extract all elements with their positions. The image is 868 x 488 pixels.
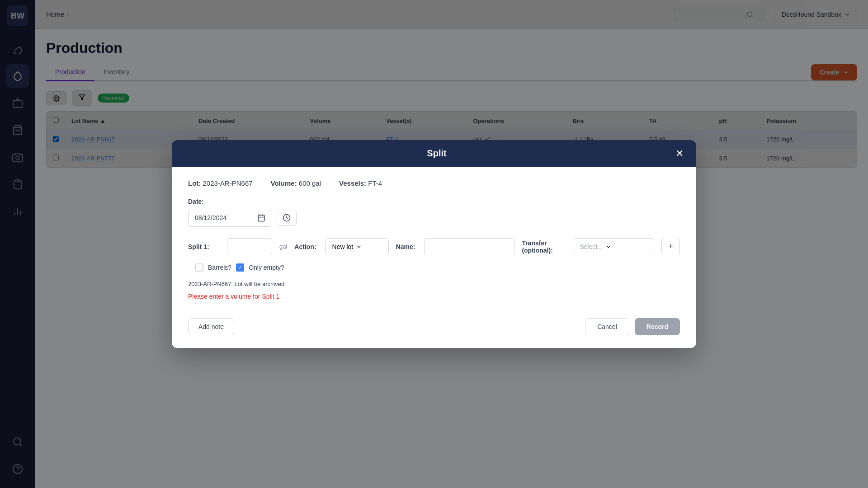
date-input[interactable] (195, 214, 254, 221)
barrels-label: Barrels? (208, 264, 231, 271)
calendar-icon (257, 214, 265, 222)
lot-info-row: Lot: 2023-AR-PN667 Volume: 600 gal Vesse… (188, 179, 680, 187)
checkbox-row: Barrels? Only empty? (195, 263, 680, 272)
action-value: New lot (332, 243, 354, 250)
date-label: Date: (188, 198, 680, 205)
cancel-button[interactable]: Cancel (585, 318, 629, 335)
archive-notice: 2023-AR-PN667: Lot will be archived (188, 281, 680, 287)
record-button[interactable]: Record (635, 318, 680, 335)
dropdown-arrow-icon (605, 244, 612, 250)
vessels-value: FT-4 (368, 179, 382, 187)
modal-header: Split ✕ (172, 140, 696, 167)
add-note-button[interactable]: Add note (188, 318, 234, 335)
vessels-label: Vessels: (339, 179, 366, 187)
action-dropdown[interactable]: New lot (326, 238, 389, 255)
name-label: Name: (396, 243, 415, 250)
lot-info-vessels: Vessels: FT-4 (339, 179, 382, 187)
modal-overlay: Split ✕ Lot: 2023-AR-PN667 Volume: 600 g… (0, 0, 868, 488)
modal-footer: Add note Cancel Record (172, 318, 696, 348)
only-empty-label: Only empty? (249, 264, 284, 271)
date-row (188, 209, 680, 227)
lot-info-lot: Lot: 2023-AR-PN667 (188, 179, 253, 187)
modal-title: Split (198, 148, 675, 159)
lot-value: 2023-AR-PN667 (203, 179, 253, 187)
add-split-button[interactable]: + (661, 238, 680, 255)
time-picker-button[interactable] (277, 210, 297, 226)
split-row: Split 1: gal Action: New lot Name: Trans… (188, 238, 680, 255)
dropdown-arrow-icon (356, 244, 362, 250)
gal-label: gal (279, 243, 287, 250)
lot-info-volume: Volume: 600 gal (271, 179, 321, 187)
lot-label: Lot: (188, 179, 201, 187)
date-input-wrapper[interactable] (188, 209, 272, 227)
footer-actions: Cancel Record (585, 318, 680, 335)
volume-label: Volume: (271, 179, 297, 187)
transfer-dropdown[interactable]: Select... (573, 238, 654, 255)
error-message: Please enter a volume for Split 1 (188, 293, 680, 300)
only-empty-checkbox[interactable] (236, 263, 244, 272)
split1-label: Split 1: (188, 243, 220, 250)
barrels-checkbox[interactable] (195, 263, 203, 272)
volume-value: 600 gal (299, 179, 321, 187)
modal-close-button[interactable]: ✕ (675, 149, 684, 159)
action-label: Action: (294, 243, 316, 250)
transfer-placeholder: Select... (580, 243, 603, 250)
svg-rect-15 (258, 215, 264, 221)
modal-body: Lot: 2023-AR-PN667 Volume: 600 gal Vesse… (172, 167, 696, 318)
split-modal: Split ✕ Lot: 2023-AR-PN667 Volume: 600 g… (172, 140, 696, 348)
name-input[interactable] (424, 238, 514, 255)
transfer-label: Transfer (optional): (522, 239, 566, 254)
clock-icon (283, 214, 291, 222)
split-volume-input[interactable] (227, 238, 272, 255)
